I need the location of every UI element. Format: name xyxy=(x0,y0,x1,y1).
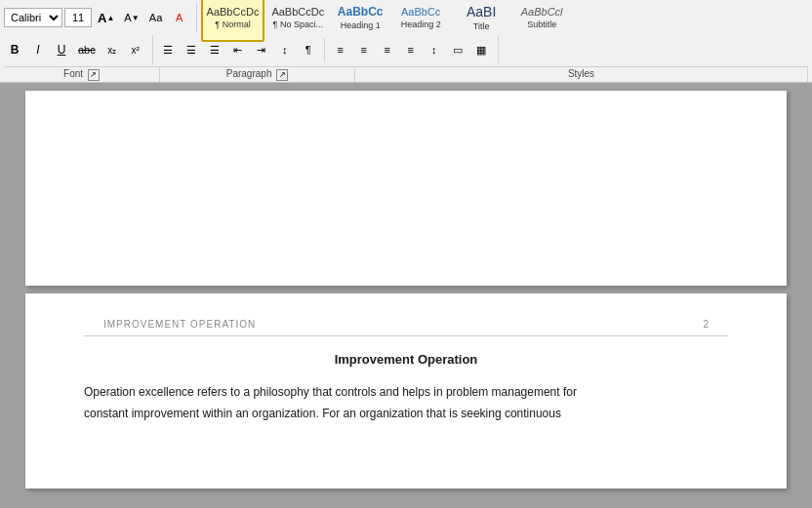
subscript-icon: x₂ xyxy=(107,45,116,56)
decrease-indent-icon: ⇤ xyxy=(233,44,242,57)
shrink-font-icon: A xyxy=(124,12,131,23)
line-spacing-button[interactable]: ↕ xyxy=(424,39,445,60)
bold-button[interactable]: B xyxy=(4,39,25,60)
document-title: Improvement Operation xyxy=(84,352,728,367)
borders-icon: ▦ xyxy=(476,44,486,57)
paragraph-icon: ¶ xyxy=(305,44,311,56)
grow-font-icon: A xyxy=(98,11,106,25)
style-heading2-preview: AaBbCc xyxy=(401,6,440,19)
line-spacing-icon: ↕ xyxy=(431,44,437,56)
font-group: Calibri A▲ A▼ Aa A xyxy=(4,3,197,32)
clear-format-icon: A xyxy=(176,12,183,23)
superscript-button[interactable]: x² xyxy=(125,39,146,60)
align-left-button[interactable]: ≡ xyxy=(330,39,351,60)
style-heading2-label: Heading 2 xyxy=(401,20,441,29)
bullets-button[interactable]: ☰ xyxy=(157,39,179,60)
align-right-icon: ≡ xyxy=(385,44,390,56)
sort-button[interactable]: ↕ xyxy=(274,39,296,60)
document-area: IMPROVEMENT OPERATION 2 Improvement Oper… xyxy=(0,83,812,508)
justify-button[interactable]: ≡ xyxy=(400,39,422,60)
body-paragraph-1: Operation excellence refers to a philoso… xyxy=(84,382,728,404)
multilevel-button[interactable]: ☰ xyxy=(204,39,225,60)
style-subtitle-button[interactable]: AaBbCcl Subtitle xyxy=(512,0,571,42)
subscript-button[interactable]: x₂ xyxy=(102,39,123,60)
style-normal-preview: AaBbCcDc xyxy=(207,6,260,19)
page-header: IMPROVEMENT OPERATION 2 xyxy=(84,313,728,336)
underline-button[interactable]: U xyxy=(51,39,72,60)
page-1 xyxy=(25,91,787,286)
show-paragraph-button[interactable]: ¶ xyxy=(298,39,319,60)
page-number: 2 xyxy=(703,319,709,330)
font-size-input[interactable] xyxy=(64,8,92,27)
clear-format-button[interactable]: A xyxy=(169,7,190,28)
style-normal-label: ¶ Normal xyxy=(215,20,250,29)
increase-indent-icon: ⇥ xyxy=(257,44,265,57)
change-case-button[interactable]: Aa xyxy=(145,7,167,28)
align-center-button[interactable]: ≡ xyxy=(353,39,375,60)
style-subtitle-preview: AaBbCcl xyxy=(521,6,563,19)
ribbon-section-labels: Font ↗ Paragraph ↗ Styles xyxy=(4,66,808,82)
increase-indent-button[interactable]: ⇥ xyxy=(251,39,272,60)
style-heading1-label: Heading 1 xyxy=(341,20,381,30)
align-right-button[interactable]: ≡ xyxy=(377,39,398,60)
font-name-select[interactable]: Calibri xyxy=(4,8,62,27)
paragraph-group: ☰ ☰ ☰ ⇤ ⇥ ↕ ¶ ≡ ≡ ≡ ≡ ↕ ▭ ▦ xyxy=(157,35,499,64)
italic-icon: I xyxy=(36,43,39,57)
align-center-icon: ≡ xyxy=(361,44,367,56)
body-paragraph-2: constant improvement within an organizat… xyxy=(84,404,728,425)
borders-button[interactable]: ▦ xyxy=(470,39,492,60)
style-no-spacing-label: ¶ No Spaci... xyxy=(273,20,323,29)
change-case-icon: Aa xyxy=(149,12,162,23)
underline-icon: U xyxy=(58,43,66,57)
divider xyxy=(324,38,325,61)
style-no-spacing-preview: AaBbCcDc xyxy=(271,6,324,19)
shading-button[interactable]: ▭ xyxy=(447,39,468,60)
page-2[interactable]: IMPROVEMENT OPERATION 2 Improvement Oper… xyxy=(25,293,787,488)
ribbon: Calibri A▲ A▼ Aa A AaBbCcDc ¶ Normal AaB… xyxy=(0,0,812,83)
style-title-label: Title xyxy=(473,21,490,31)
font-format-group: B I U abc x₂ x² xyxy=(4,35,153,64)
justify-icon: ≡ xyxy=(408,44,414,56)
ribbon-row1: Calibri A▲ A▼ Aa A AaBbCcDc ¶ Normal AaB… xyxy=(4,2,808,35)
page-header-text: IMPROVEMENT OPERATION xyxy=(103,319,256,330)
sort-icon: ↕ xyxy=(282,44,288,56)
styles-section-label: Styles xyxy=(355,67,808,82)
multilevel-icon: ☰ xyxy=(210,44,220,57)
italic-button[interactable]: I xyxy=(27,39,49,60)
numbering-button[interactable]: ☰ xyxy=(181,39,202,60)
style-subtitle-label: Subtitle xyxy=(527,20,556,29)
grow-font-button[interactable]: A▲ xyxy=(94,7,118,28)
paragraph-expand-button[interactable]: ↗ xyxy=(276,69,288,81)
style-heading1-preview: AaBbCc xyxy=(338,5,384,19)
shading-icon: ▭ xyxy=(453,44,463,57)
align-left-icon: ≡ xyxy=(338,44,344,56)
document-body[interactable]: Operation excellence refers to a philoso… xyxy=(84,382,728,424)
shrink-font-button[interactable]: A▼ xyxy=(120,7,142,28)
paragraph-section-label: Paragraph ↗ xyxy=(160,67,355,82)
style-title-preview: AaBI xyxy=(467,4,496,20)
numbering-icon: ☰ xyxy=(186,44,196,57)
decrease-indent-button[interactable]: ⇤ xyxy=(227,39,249,60)
font-section-label: Font ↗ xyxy=(4,67,160,82)
bullets-icon: ☰ xyxy=(163,44,173,57)
strikethrough-icon: abc xyxy=(78,44,96,56)
superscript-icon: x² xyxy=(132,45,140,56)
bold-icon: B xyxy=(11,43,20,57)
strikethrough-button[interactable]: abc xyxy=(74,39,100,60)
font-expand-button[interactable]: ↗ xyxy=(88,69,100,81)
